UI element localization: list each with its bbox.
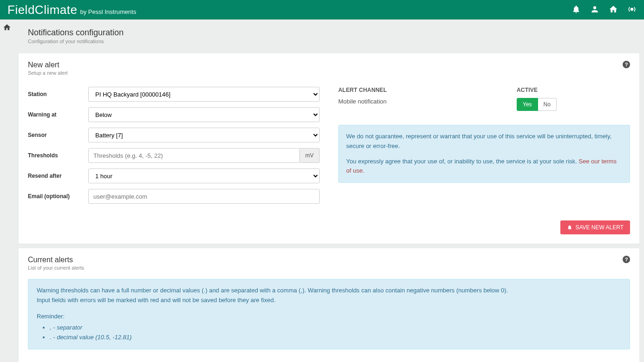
current-alerts-title: Current alerts: [28, 256, 84, 264]
toggle-no[interactable]: No: [538, 98, 557, 111]
brand-sub: by Pessl Instruments: [80, 8, 137, 15]
bell-icon: [567, 225, 572, 230]
th-thresholds: THRESHOLDS: [274, 359, 347, 362]
new-alert-card: New alert Setup a new alert ? Station PI…: [19, 53, 639, 244]
th-custom: CUSTOM NAME: [81, 359, 147, 362]
th-alert: ALERT: [201, 359, 274, 362]
help-icon[interactable]: ?: [623, 61, 630, 68]
channel-section-label: ALERT CHANNEL: [338, 87, 452, 93]
email-input[interactable]: [88, 189, 320, 204]
th-action: ACTION: [561, 359, 639, 362]
disclaimer-box: We do not guarantee, represent or warran…: [338, 125, 630, 183]
new-alert-subtitle: Setup a new alert: [28, 70, 68, 76]
thresholds-info: Warning thresholds can have a full numbe…: [28, 279, 630, 349]
resend-label: Resend after: [28, 173, 88, 179]
email-label: Email (optional): [28, 193, 88, 200]
help-icon[interactable]: ?: [623, 256, 630, 263]
sensor-label: Sensor: [28, 132, 88, 138]
th-sensor: SENSOR: [147, 359, 201, 362]
broadcast-icon[interactable]: [627, 5, 637, 15]
main-content: Notifications configuration Configuratio…: [14, 19, 644, 362]
channel-name: Mobile notification: [338, 98, 452, 105]
resend-select[interactable]: 1 hour: [88, 168, 320, 183]
brand: FieldClimate by Pessl Instruments: [7, 3, 136, 17]
disclaimer-line1: We do not guarantee, represent or warran…: [346, 132, 622, 151]
th-station: STATION NAME: [19, 359, 81, 362]
current-alerts-subtitle: List of your current alerts: [28, 265, 84, 271]
person-icon[interactable]: [590, 5, 599, 15]
sensor-select[interactable]: Battery [7]: [88, 128, 320, 142]
topbar: FieldClimate by Pessl Instruments: [0, 0, 644, 19]
current-alerts-card: Current alerts List of your current aler…: [19, 248, 639, 362]
home-icon[interactable]: [609, 5, 618, 15]
page-subtitle: Configuration of your notifications: [28, 39, 630, 44]
page-header: Notifications configuration Configuratio…: [19, 19, 639, 49]
warning-label: Warning at: [28, 111, 88, 118]
save-new-alert-button[interactable]: SAVE NEW ALERT: [560, 220, 630, 234]
thresholds-label: Thresholds: [28, 152, 88, 159]
bell-icon[interactable]: [572, 5, 581, 15]
th-active: ACTIVE: [496, 359, 561, 362]
toggle-yes[interactable]: Yes: [517, 98, 538, 111]
page-title: Notifications configuration: [28, 28, 630, 38]
alerts-table: STATION NAME CUSTOM NAME SENSOR ALERT TH…: [19, 359, 639, 362]
active-section-label: ACTIVE: [517, 87, 630, 93]
th-unit: UNIT: [347, 359, 378, 362]
brand-main: FieldClimate: [7, 3, 78, 17]
station-label: Station: [28, 91, 88, 97]
topbar-icons: [572, 5, 637, 15]
warning-select[interactable]: Below: [88, 107, 320, 122]
active-toggle: Yes No: [517, 98, 630, 111]
station-select[interactable]: PI HQ Backyard [00000146]: [88, 87, 320, 102]
new-alert-title: New alert: [28, 61, 68, 69]
thresholds-input[interactable]: [88, 148, 300, 163]
sidebar: [0, 19, 14, 362]
home-icon[interactable]: [3, 26, 11, 33]
disclaimer-line2: You expressly agree that your use of, or…: [346, 158, 578, 165]
th-resend: RESEND PERIOD: [423, 359, 496, 362]
th-targets: TARGETS: [378, 359, 423, 362]
unit-addon: mV: [300, 148, 320, 163]
